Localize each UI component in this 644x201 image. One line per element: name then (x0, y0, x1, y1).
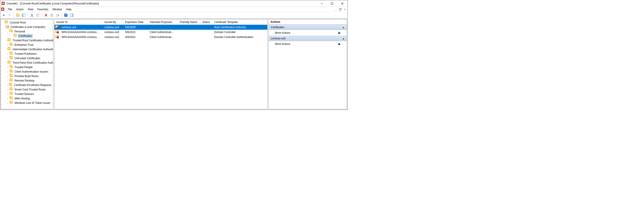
tree-item[interactable]: ›Intermediate Certification Authorities (1, 47, 53, 52)
expand-icon[interactable]: › (6, 84, 8, 86)
svg-rect-5 (340, 9, 341, 11)
col-issued-to[interactable]: Issued To ˄ (54, 20, 103, 25)
folder-icon (8, 61, 11, 65)
folder-icon (10, 97, 13, 100)
tree-item-label: Client Authentication Issuers (14, 70, 49, 73)
actions-group-certificates[interactable]: Certificates ▲ (269, 25, 347, 30)
menu-action[interactable]: Action (14, 7, 25, 12)
expand-icon[interactable]: › (6, 57, 9, 60)
tree-item[interactable]: ›Trusted Devices (1, 92, 53, 96)
window-title: Console1 - [Console Root\Certificates (L… (6, 2, 317, 5)
mdi-close-button[interactable]: ✕ (342, 7, 347, 12)
tree-item-label: Windows Live ID Token Issuer (14, 101, 51, 105)
tree-item[interactable]: ›Enterprise Trust (1, 43, 53, 47)
expand-icon[interactable]: ⌄ (6, 30, 9, 33)
expand-icon[interactable]: › (6, 53, 9, 55)
tree-item[interactable]: ›Client Authentication Issuers (1, 69, 53, 74)
table-row[interactable]: WIN-0AAAAAAA00A.contoso.comcontoso-ca36/… (54, 35, 267, 40)
expand-icon[interactable]: › (6, 62, 7, 64)
expand-icon[interactable]: › (6, 71, 9, 73)
folder-icon (10, 43, 13, 47)
cell-template: Domain Controller Authentication (212, 36, 264, 39)
menu-file[interactable]: File (6, 7, 14, 12)
tree-item-label: Trusted Publishers (14, 52, 38, 55)
cell-issued-to: WIN-0AAAAAAA00A.contoso.com (60, 36, 103, 39)
copy-button[interactable] (35, 13, 40, 18)
back-button[interactable] (1, 13, 6, 18)
submenu-icon: ▶ (338, 31, 340, 34)
tree-item[interactable]: ›Web Hosting (1, 96, 53, 101)
col-template[interactable]: Certificate Template (212, 20, 264, 25)
expand-icon[interactable]: › (6, 97, 9, 100)
svg-rect-11 (37, 15, 39, 17)
menu-favorites[interactable]: Favorites (36, 7, 50, 12)
up-button[interactable] (15, 13, 20, 18)
folder-icon (10, 92, 13, 96)
col-status[interactable]: Status (200, 20, 212, 25)
export-button[interactable] (55, 13, 60, 18)
expand-icon[interactable]: › (6, 102, 9, 104)
close-button[interactable] (337, 0, 348, 7)
expand-icon[interactable]: › (6, 44, 9, 46)
col-friendly[interactable]: Friendly Name (178, 20, 200, 25)
menu-view[interactable]: View (26, 7, 35, 12)
expand-icon[interactable]: › (6, 88, 9, 91)
expand-icon[interactable]: › (6, 39, 7, 42)
collapse-icon: ▲ (342, 37, 344, 40)
table-row[interactable]: contoso-ca3contoso-ca35/6/2025Root Certi… (54, 25, 267, 30)
tree-item[interactable]: ›Windows Live ID Token Issuer (1, 101, 53, 105)
tree-item[interactable]: ›Remote Desktop (1, 78, 53, 83)
expand-icon[interactable]: › (6, 48, 7, 51)
main-body: ▸ Console Root ⌄ Certificates (Local Com… (0, 19, 348, 110)
folder-icon (8, 39, 11, 42)
delete-button[interactable] (43, 13, 49, 18)
tree-personal[interactable]: ⌄ Personal (1, 29, 53, 34)
expand-icon[interactable]: › (6, 75, 9, 78)
certificate-icon (55, 26, 59, 29)
actions-more-selection[interactable]: More Actions ▶ (269, 41, 347, 47)
actions-more-certificates[interactable]: More Actions ▶ (269, 30, 347, 36)
col-purposes[interactable]: Intended Purposes (148, 20, 178, 25)
tree-item[interactable]: ›Smart Card Trusted Roots (1, 87, 53, 92)
actions-group-selection[interactable]: contoso-ca3 ▲ (269, 36, 347, 41)
tree-console-root[interactable]: ▸ Console Root (1, 20, 53, 25)
show-hide-action-pane-button[interactable] (69, 13, 74, 18)
svg-text:?: ? (65, 14, 67, 17)
expand-icon[interactable]: ⌄ (2, 26, 5, 28)
tree-pane[interactable]: ▸ Console Root ⌄ Certificates (Local Com… (1, 19, 53, 109)
minimize-button[interactable] (317, 0, 327, 7)
mdi-restore-button[interactable] (338, 7, 342, 12)
mdi-minimize-button[interactable]: _ (334, 7, 338, 12)
list-pane: Issued To ˄ Issued By Expiration Date In… (54, 19, 268, 109)
cell-issued-by: contoso-ca3 (103, 26, 124, 29)
folder-icon (10, 74, 13, 78)
expand-icon[interactable]: › (6, 80, 9, 82)
app-icon (2, 2, 5, 5)
tree-certificates-local-computer[interactable]: ⌄ Certificates (Local Computer) (1, 25, 53, 29)
forward-button[interactable] (7, 13, 12, 18)
show-hide-tree-button[interactable] (21, 13, 26, 18)
menu-window[interactable]: Window (51, 7, 64, 12)
cell-template: Root Certification Authority (212, 26, 264, 29)
doc-icon (1, 8, 5, 11)
tree-item[interactable]: ›Trusted People (1, 65, 53, 69)
tree-item[interactable]: ›Trusted Publishers (1, 52, 53, 56)
tree-item[interactable]: ›Preview Build Roots (1, 74, 53, 78)
mmc-window: Console1 - [Console Root\Certificates (L… (0, 0, 348, 110)
properties-button[interactable] (49, 13, 54, 18)
tree-certificates[interactable]: ▸ Certificates (1, 34, 53, 38)
expand-icon[interactable]: › (6, 93, 9, 95)
maximize-button[interactable] (327, 0, 337, 7)
expand-icon[interactable]: › (6, 66, 9, 69)
help-button[interactable]: ? (63, 13, 68, 18)
col-issued-by[interactable]: Issued By (103, 20, 124, 25)
tree-item[interactable]: ›Certificate Enrollment Requests (1, 83, 53, 87)
mdi-controls: _ ✕ (334, 7, 348, 12)
tree-item[interactable]: ›Untrusted Certificates (1, 56, 53, 61)
col-expiration[interactable]: Expiration Date (124, 20, 148, 25)
tree-item[interactable]: ›Trusted Root Certification Authorities (1, 38, 53, 43)
tree-item[interactable]: ›Third-Party Root Certification Authorit… (1, 61, 53, 65)
menu-help[interactable]: Help (64, 7, 74, 12)
cut-button[interactable] (29, 13, 34, 18)
table-row[interactable]: WIN-0AAAAAAA00A.contoso.comcontoso-ca35/… (54, 30, 267, 35)
